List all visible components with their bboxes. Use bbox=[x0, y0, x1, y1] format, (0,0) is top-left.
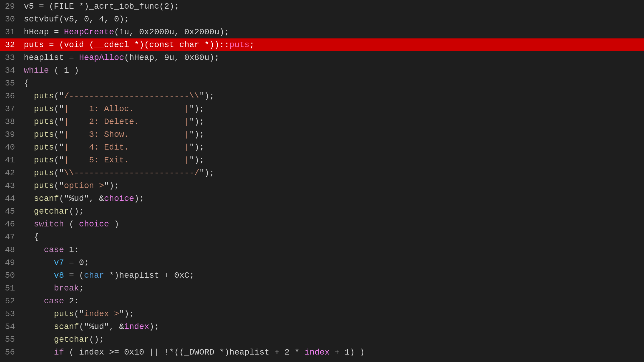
line-number: 55 bbox=[0, 335, 21, 344]
line-number: 44 bbox=[0, 194, 21, 203]
code-token bbox=[24, 245, 44, 254]
line-content: v8 = (char *)heaplist + 0xC; bbox=[21, 271, 644, 280]
line-content: setvbuf(v5, 0, 4, 0); bbox=[21, 15, 644, 24]
line-content: scanf("%ud", &index); bbox=[21, 322, 644, 331]
code-token: case bbox=[44, 245, 64, 254]
line-number: 31 bbox=[0, 27, 21, 37]
line-content: puts("option >"); bbox=[21, 181, 644, 190]
code-token bbox=[24, 117, 34, 126]
code-token bbox=[24, 130, 34, 139]
code-token bbox=[24, 143, 34, 152]
line-number: 54 bbox=[0, 322, 21, 331]
line-content: puts("| 3: Show. |"); bbox=[21, 130, 644, 139]
code-token: (" bbox=[54, 156, 64, 165]
code-token: puts bbox=[54, 309, 74, 319]
code-line: 45 getchar(); bbox=[0, 205, 644, 218]
code-token: = (void (__cdecl *)(const char *)) bbox=[44, 40, 219, 49]
line-content: v7 = 0; bbox=[21, 258, 644, 267]
code-line: 50 v8 = (char *)heaplist + 0xC; bbox=[0, 269, 644, 282]
code-line: 44 scanf("%ud", &choice); bbox=[0, 192, 644, 205]
code-token: = 0; bbox=[64, 258, 89, 267]
code-token: 1: bbox=[64, 245, 79, 254]
code-line: 30setvbuf(v5, 0, 4, 0); bbox=[0, 13, 644, 26]
code-line: 33heaplist = HeapAlloc(hHeap, 9u, 0x80u)… bbox=[0, 51, 644, 64]
code-token: index bbox=[124, 322, 149, 331]
code-line: 35{ bbox=[0, 77, 644, 90]
code-token: "); bbox=[189, 117, 204, 126]
code-token: | 3: Show. | bbox=[64, 130, 189, 139]
code-line: 40 puts("| 4: Edit. |"); bbox=[0, 141, 644, 154]
line-number: 39 bbox=[0, 130, 21, 139]
code-line: 46 switch ( choice ) bbox=[0, 218, 644, 231]
code-token: if bbox=[54, 348, 64, 357]
code-token: (" bbox=[54, 104, 64, 114]
code-token bbox=[24, 156, 34, 165]
line-content: scanf("%ud", &choice); bbox=[21, 194, 644, 203]
code-line: 51 break; bbox=[0, 282, 644, 295]
code-token: | 5: Exit. | bbox=[64, 156, 189, 165]
code-token: ); bbox=[149, 322, 159, 331]
code-token: setvbuf(v5, 0, 4, 0); bbox=[24, 15, 129, 24]
code-token: option > bbox=[64, 181, 104, 190]
line-number: 30 bbox=[0, 15, 21, 24]
line-number: 56 bbox=[0, 348, 21, 357]
code-token: switch bbox=[34, 220, 64, 229]
code-token: puts bbox=[34, 104, 54, 114]
code-token: index > bbox=[84, 309, 119, 319]
code-token: v5 = (FILE *)_acrt_iob_func(2); bbox=[24, 2, 179, 11]
code-line: 56 if ( index >= 0x10 || !*((_DWORD *)he… bbox=[0, 346, 644, 359]
code-token: \\------------------------/ bbox=[64, 168, 199, 178]
code-line: 37 puts("| 1: Alloc. |"); bbox=[0, 102, 644, 115]
line-content: { bbox=[21, 79, 644, 88]
line-content: heaplist = HeapAlloc(hHeap, 9u, 0x80u); bbox=[21, 53, 644, 62]
line-content: puts = (void (__cdecl *)(const char *)):… bbox=[21, 40, 644, 49]
code-token: { bbox=[24, 232, 39, 242]
code-token: (); bbox=[69, 207, 84, 216]
line-number: 48 bbox=[0, 245, 21, 254]
line-content: case 1: bbox=[21, 245, 644, 254]
line-content: { bbox=[21, 232, 644, 242]
code-token: break bbox=[54, 284, 79, 293]
code-token: puts bbox=[34, 143, 54, 152]
code-token: ); bbox=[134, 194, 144, 203]
code-line: 34while ( 1 ) bbox=[0, 64, 644, 77]
line-content: puts("| 5: Exit. |"); bbox=[21, 156, 644, 165]
line-content: getchar(); bbox=[21, 207, 644, 216]
code-token bbox=[24, 104, 34, 114]
line-content: if ( index >= 0x10 || !*((_DWORD *)heapl… bbox=[21, 348, 644, 357]
code-token bbox=[24, 348, 54, 357]
code-token: puts bbox=[34, 181, 54, 190]
line-content: puts("| 1: Alloc. |"); bbox=[21, 104, 644, 114]
code-token bbox=[24, 271, 54, 280]
code-token bbox=[24, 335, 54, 344]
code-token: puts bbox=[24, 40, 44, 49]
code-token: while bbox=[24, 66, 49, 75]
code-token bbox=[24, 181, 34, 190]
line-number: 43 bbox=[0, 181, 21, 190]
line-content: puts("| 2: Delete. |"); bbox=[21, 117, 644, 126]
code-token: "); bbox=[189, 104, 204, 114]
code-token bbox=[24, 207, 34, 216]
line-content: hHeap = HeapCreate(1u, 0x2000u, 0x2000u)… bbox=[21, 27, 644, 37]
code-token bbox=[24, 168, 34, 178]
code-token bbox=[24, 296, 44, 306]
code-token: scanf bbox=[34, 194, 59, 203]
line-number: 32 bbox=[0, 40, 21, 49]
code-token: 2: bbox=[64, 296, 79, 306]
code-token: choice bbox=[104, 194, 134, 203]
line-number: 36 bbox=[0, 91, 21, 101]
code-token: "); bbox=[199, 168, 214, 178]
code-token bbox=[24, 284, 54, 293]
line-number: 53 bbox=[0, 309, 21, 319]
line-content: case 2: bbox=[21, 296, 644, 306]
line-content: puts("/------------------------\\"); bbox=[21, 91, 644, 101]
line-number: 29 bbox=[0, 2, 21, 11]
code-line: 29v5 = (FILE *)_acrt_iob_func(2); bbox=[0, 0, 644, 13]
code-token: puts bbox=[229, 40, 249, 49]
code-token: ("%ud", & bbox=[79, 322, 124, 331]
code-line: 42 puts("\\------------------------/"); bbox=[0, 167, 644, 179]
line-content: while ( 1 ) bbox=[21, 66, 644, 75]
line-number: 46 bbox=[0, 220, 21, 229]
code-token: = ( bbox=[64, 271, 84, 280]
code-line: 52 case 2: bbox=[0, 295, 644, 307]
